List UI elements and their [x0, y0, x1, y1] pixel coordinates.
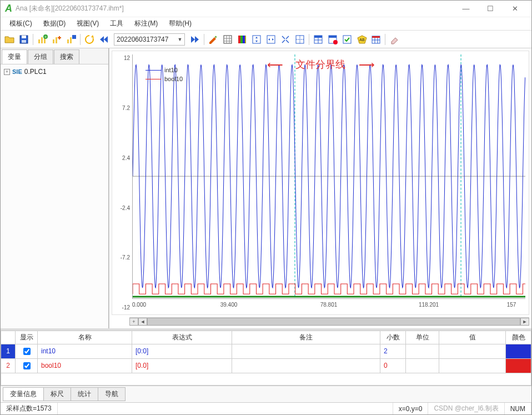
sidebar-tab-vars[interactable]: 变量 — [2, 49, 27, 64]
collapse-icon[interactable] — [279, 33, 292, 46]
col-unit: 单位 — [406, 331, 439, 344]
col-dec: 小数 — [380, 331, 406, 344]
col-num — [1, 331, 16, 344]
scroll-right-icon[interactable]: ► — [520, 318, 529, 326]
col-val: 值 — [439, 331, 506, 344]
maximize-button[interactable]: ☐ — [478, 1, 503, 17]
file-selector[interactable]: 20220603173747 ▼ — [114, 33, 185, 46]
status-watermark: CSDN @cher_l6.制表 — [428, 403, 504, 414]
chart-plus-icon[interactable] — [50, 33, 63, 46]
btab-nav[interactable]: 导航 — [98, 387, 126, 401]
tree-item-plc1[interactable]: + SIE 0.PLC1 — [4, 68, 105, 76]
refresh-icon[interactable] — [83, 33, 96, 46]
svg-rect-34 — [133, 296, 525, 298]
forward-icon[interactable] — [188, 33, 202, 46]
col-color: 颜色 — [506, 331, 531, 344]
eraser-icon[interactable] — [388, 33, 401, 46]
annotation-text: 文件分界线 — [295, 58, 345, 71]
minimize-button[interactable]: — — [454, 1, 478, 17]
x-tick: 0.000 — [132, 302, 146, 308]
btab-varinfo[interactable]: 变量信息 — [3, 387, 44, 401]
cell-note[interactable] — [232, 358, 380, 373]
arrow-left-icon: ⟵ — [267, 58, 282, 71]
status-spacer — [58, 403, 393, 414]
cell-note[interactable] — [232, 344, 380, 358]
calendar-icon[interactable] — [369, 33, 383, 46]
table-row[interactable]: 1int10[0:0]2 — [1, 344, 531, 358]
scroll-add-icon[interactable]: + — [129, 318, 138, 326]
save-icon[interactable] — [17, 33, 31, 46]
tree-label: 0.PLC1 — [24, 68, 47, 76]
col-show: 显示 — [16, 331, 38, 344]
x-tick: 118.201 — [419, 302, 439, 308]
svg-rect-11 — [70, 37, 72, 43]
cell-name[interactable]: int10 — [38, 344, 132, 358]
cell-unit[interactable] — [406, 358, 439, 373]
table-check-icon[interactable] — [340, 33, 354, 46]
expand-icon[interactable]: + — [4, 69, 10, 75]
cell-unit[interactable] — [406, 344, 439, 358]
status-coords: x=0,y=0 — [393, 403, 429, 414]
chart-add-icon[interactable]: + — [36, 33, 49, 46]
row-number: 1 — [1, 344, 16, 358]
cell-expr[interactable]: [0:0] — [132, 344, 232, 358]
menu-annotate[interactable]: 标注(M) — [129, 17, 163, 30]
legend-line-icon — [145, 70, 161, 71]
y-tick: 12 — [124, 55, 130, 61]
cell-val[interactable] — [439, 358, 506, 373]
svg-text:AB: AB — [360, 38, 365, 42]
legend-line-icon — [145, 79, 161, 79]
cell-expr[interactable]: [0.0] — [132, 358, 232, 373]
table-row[interactable]: 2bool10[0.0]0 — [1, 358, 531, 373]
cell-dec[interactable]: 0 — [380, 358, 406, 373]
chart-save-icon[interactable] — [64, 33, 78, 46]
svg-rect-14 — [224, 36, 232, 43]
tag-icon[interactable]: AB — [355, 33, 368, 46]
palette-icon[interactable] — [235, 33, 249, 46]
cell-name[interactable]: bool10 — [38, 358, 132, 373]
cell-val[interactable] — [439, 344, 506, 358]
variable-table: 显示 名称 表达式 备注 小数 单位 值 颜色 1int10[0:0]22boo… — [1, 331, 531, 373]
chart-panel[interactable]: ⟵ 文件分界线 ⟶ 12 7.2 2.4 -2.4 -7.2 -12 — [112, 51, 529, 315]
sidebar-tab-search[interactable]: 搜索 — [54, 49, 79, 64]
window-title: Ana [未命名][20220603173747.ihm*] — [16, 4, 454, 13]
sidebar-tab-groups[interactable]: 分组 — [28, 49, 53, 64]
btab-stats[interactable]: 统计 — [71, 387, 98, 401]
pencil-icon[interactable] — [207, 33, 220, 46]
open-icon[interactable] — [3, 33, 16, 46]
dropdown-icon[interactable]: ▼ — [177, 37, 182, 42]
svg-rect-17 — [243, 36, 245, 43]
crosshair-icon[interactable] — [293, 33, 307, 46]
titlebar: A Ana [未命名][20220603173747.ihm*] — ☐ ✕ — [1, 1, 531, 17]
svg-rect-12 — [72, 35, 76, 39]
menu-tools[interactable]: 工具 — [104, 17, 129, 30]
grid-icon[interactable] — [221, 33, 234, 46]
cell-color[interactable] — [506, 358, 531, 373]
cell-color[interactable] — [506, 344, 531, 358]
close-button[interactable]: ✕ — [503, 1, 527, 17]
arrow-right-icon: ⟶ — [359, 58, 374, 71]
table-icon[interactable] — [312, 33, 325, 46]
scroll-left-icon[interactable]: ◄ — [138, 318, 147, 326]
cell-dec[interactable]: 2 — [380, 344, 406, 358]
show-checkbox[interactable] — [16, 358, 38, 373]
svg-rect-10 — [67, 39, 69, 43]
row-number: 2 — [1, 358, 16, 373]
rewind-icon[interactable] — [97, 33, 111, 46]
h-scrollbar[interactable]: + ◄ ► — [129, 317, 529, 326]
variable-table-section: 显示 名称 表达式 备注 小数 单位 值 颜色 1int10[0:0]22boo… — [1, 328, 531, 403]
menu-help[interactable]: 帮助(H) — [163, 17, 197, 30]
show-checkbox[interactable] — [16, 344, 38, 358]
status-samples: 采样点数=1573 — [1, 403, 58, 414]
arrows-h-icon[interactable] — [264, 33, 278, 46]
arrows-v-icon[interactable] — [250, 33, 263, 46]
btab-ruler[interactable]: 标尺 — [43, 387, 71, 401]
table-marked-icon[interactable] — [326, 33, 339, 46]
menu-data[interactable]: 数据(D) — [38, 17, 72, 30]
scroll-track[interactable] — [147, 318, 520, 326]
menu-view[interactable]: 视图(V) — [71, 17, 104, 30]
file-name: 20220603173747 — [117, 36, 168, 43]
plot[interactable] — [132, 54, 525, 299]
menu-template[interactable]: 模板(C) — [4, 17, 38, 30]
col-name: 名称 — [38, 331, 132, 344]
